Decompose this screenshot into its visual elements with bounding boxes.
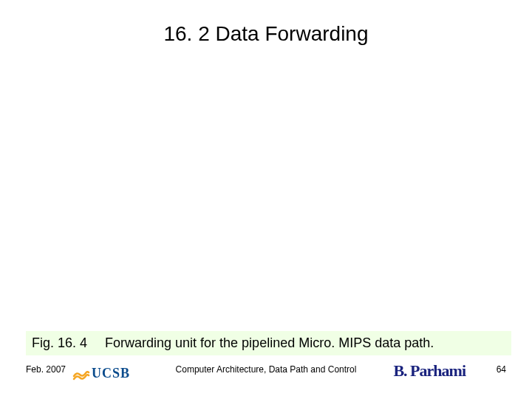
- figure-label: Fig. 16. 4: [32, 335, 101, 351]
- page-number: 64: [497, 364, 506, 375]
- author-name: B. Parhami: [393, 361, 466, 381]
- slide-title: 16. 2 Data Forwarding: [0, 22, 532, 46]
- ucsb-logo-text: UCSB: [92, 366, 130, 381]
- figure-caption-box: Fig. 16. 4 Forwarding unit for the pipel…: [26, 331, 511, 355]
- footer-subtitle: Computer Architecture, Data Path and Con…: [176, 364, 357, 375]
- footer-date: Feb. 2007: [26, 364, 66, 375]
- wave-icon: [72, 364, 90, 382]
- footer: Feb. 2007 UCSB Computer Architecture, Da…: [0, 358, 532, 388]
- ucsb-logo: UCSB: [72, 362, 130, 384]
- figure-caption-text: Forwarding unit for the pipelined Micro.…: [105, 335, 434, 350]
